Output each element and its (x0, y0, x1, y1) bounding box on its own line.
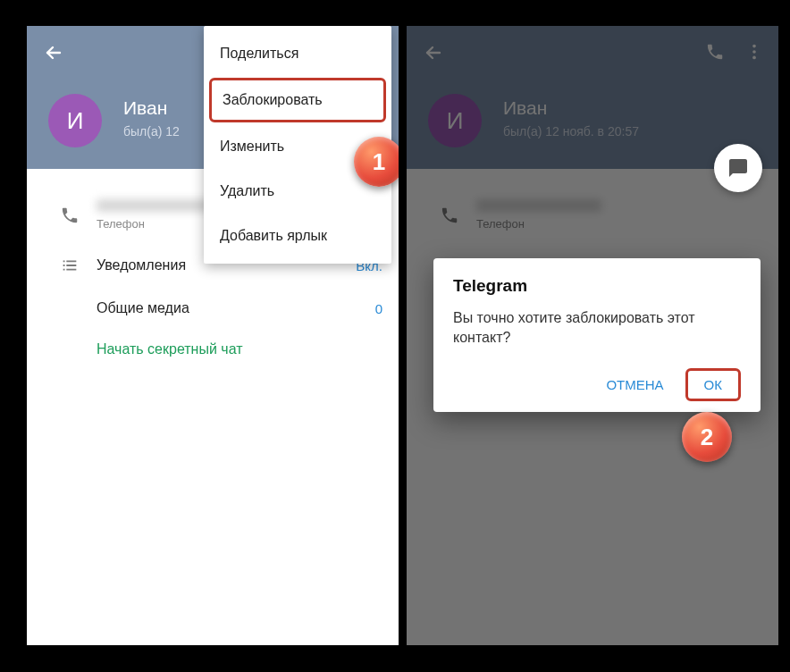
screen-left: И Иван был(а) 12 Поделиться Заблокироват… (27, 26, 399, 645)
confirm-dialog: Telegram Вы точно хотите заблокировать э… (433, 258, 761, 412)
shared-media-row[interactable]: Общие медиа 0 (27, 288, 399, 329)
notifications-label: Уведомления (97, 257, 186, 273)
contact-status: был(а) 12 (123, 124, 180, 139)
phone-number (97, 199, 222, 212)
menu-block[interactable]: Заблокировать (209, 78, 386, 122)
dialog-title: Telegram (453, 276, 741, 296)
dialog-message: Вы точно хотите заблокировать этот конта… (453, 308, 741, 349)
dialog-actions: ОТМЕНА ОК (453, 368, 741, 401)
avatar: И (48, 94, 102, 147)
menu-share[interactable]: Поделиться (204, 31, 391, 76)
list-icon (43, 256, 97, 275)
menu-add-shortcut[interactable]: Добавить ярлык (204, 214, 391, 258)
step-badge-2: 2 (682, 412, 732, 462)
step-badge-1: 1 (354, 137, 399, 187)
cancel-button[interactable]: ОТМЕНА (592, 368, 677, 401)
back-icon[interactable] (43, 42, 64, 67)
ok-button[interactable]: ОК (685, 368, 741, 401)
contact-name: Иван (123, 97, 167, 119)
shared-media-value: 0 (375, 301, 382, 316)
screen-right: И Иван был(а) 12 нояб. в 20:57 Телефон T… (407, 26, 778, 645)
message-fab[interactable] (714, 144, 762, 192)
secret-chat-link[interactable]: Начать секретный чат (27, 329, 399, 370)
shared-media-label: Общие медиа (97, 300, 189, 315)
avatar-initial: И (67, 107, 84, 135)
phone-icon (43, 206, 97, 225)
